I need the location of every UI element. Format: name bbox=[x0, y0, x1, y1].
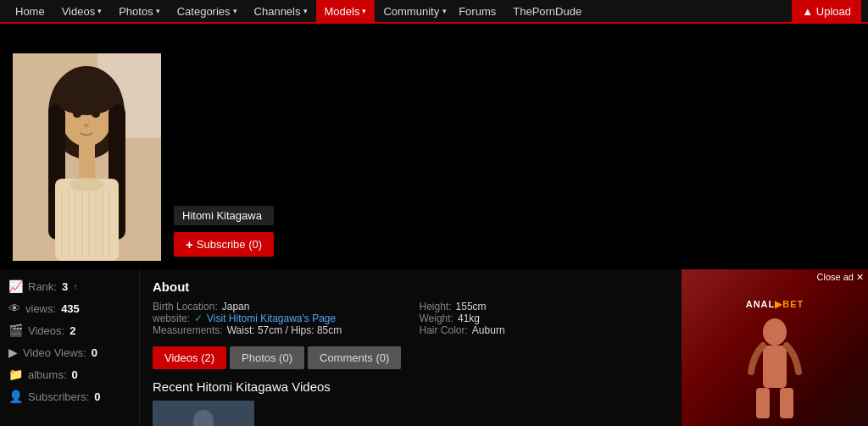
subscribers-label: Subscribers: bbox=[28, 390, 89, 403]
model-name: Hitomi Kitagawa bbox=[174, 206, 274, 225]
stat-video-views: ▶ Video Views: 0 bbox=[8, 346, 131, 359]
nav-item-photos[interactable]: Photos ▾ bbox=[110, 0, 168, 23]
measurements-value: Waist: 57cm / Hips: 85cm bbox=[227, 324, 342, 336]
hair-color-value: Auburn bbox=[472, 324, 505, 336]
check-icon: ✓ bbox=[194, 313, 203, 324]
ad-brand-part2: ▶BET bbox=[775, 299, 804, 309]
ad-inner: ANAL▶BET BAN ▶BET ↺ Play now! bbox=[682, 269, 868, 426]
profile-image bbox=[13, 53, 161, 261]
stat-subscribers: 👤 Subscribers: 0 bbox=[8, 390, 131, 403]
recent-videos-title: Recent Hitomi Kitagawa Videos bbox=[153, 379, 669, 394]
about-website: website: ✓ Visit Hitomi Kitagawa's Page bbox=[153, 313, 403, 324]
tab-videos[interactable]: Videos (2) bbox=[153, 346, 226, 369]
svg-point-6 bbox=[53, 73, 120, 115]
weight-label: Weight: bbox=[420, 313, 453, 324]
stat-views: 👁 views: 435 bbox=[8, 302, 131, 315]
rank-arrow-icon: ↑ bbox=[73, 281, 78, 291]
about-measurements: Measurements: Waist: 57cm / Hips: 85cm bbox=[153, 324, 403, 336]
rank-value: 3 bbox=[62, 280, 68, 293]
video-views-icon: ▶ bbox=[8, 346, 18, 359]
community-arrow: ▾ bbox=[442, 7, 447, 15]
svg-point-12 bbox=[70, 178, 103, 191]
main-content: 📈 Rank: 3 ↑ 👁 views: 435 🎬 Videos: 2 ▶ V… bbox=[0, 269, 868, 426]
ad-panel: Close ad ✕ ANAL▶BET BAN ▶BET ↺ Play now! bbox=[682, 269, 868, 426]
svg-rect-27 bbox=[756, 388, 770, 418]
profile-header: Hitomi Kitagawa + Subscribe (0) bbox=[0, 24, 868, 269]
about-grid: Birth Location: Japan website: ✓ Visit H… bbox=[153, 301, 669, 336]
nav-item-channels[interactable]: Channels ▾ bbox=[246, 0, 316, 23]
nav-item-categories[interactable]: Categories ▾ bbox=[169, 0, 246, 23]
albums-icon: 📁 bbox=[8, 368, 23, 381]
plus-icon: + bbox=[186, 237, 193, 252]
views-value: 435 bbox=[61, 302, 80, 315]
tabs-row: Videos (2) Photos (0) Comments (0) bbox=[153, 346, 669, 369]
video-views-label: Video Views: bbox=[23, 346, 86, 359]
rank-label: Rank: bbox=[28, 280, 57, 293]
hair-color-label: Hair Color: bbox=[420, 324, 468, 336]
content-area: About Birth Location: Japan website: ✓ V… bbox=[140, 269, 682, 426]
nav-item-videos[interactable]: Videos ▾ bbox=[53, 0, 111, 23]
about-weight: Weight: 41kg bbox=[420, 313, 670, 324]
subscribe-label: Subscribe (0) bbox=[197, 238, 262, 251]
videos-count-label: Videos: bbox=[28, 324, 64, 337]
nav-item-theporndude[interactable]: ThePornDude bbox=[504, 0, 590, 23]
stat-rank: 📈 Rank: 3 ↑ bbox=[8, 279, 131, 293]
ad-brand-part1: ANAL bbox=[746, 299, 776, 309]
profile-info: Hitomi Kitagawa + Subscribe (0) bbox=[174, 206, 274, 261]
subscribers-value: 0 bbox=[94, 390, 100, 403]
sidebar: 📈 Rank: 3 ↑ 👁 views: 435 🎬 Videos: 2 ▶ V… bbox=[0, 269, 140, 426]
stat-albums: 📁 albums: 0 bbox=[8, 368, 131, 381]
subscribers-icon: 👤 bbox=[8, 390, 23, 403]
models-arrow: ▾ bbox=[362, 7, 366, 15]
svg-point-7 bbox=[73, 111, 81, 118]
profile-svg bbox=[13, 53, 161, 261]
svg-point-25 bbox=[763, 318, 787, 346]
about-birth-location: Birth Location: Japan bbox=[153, 301, 403, 313]
albums-value: 0 bbox=[72, 368, 78, 381]
birth-location-value: Japan bbox=[222, 301, 250, 313]
about-hair-color: Hair Color: Auburn bbox=[420, 324, 670, 336]
nav-item-models[interactable]: Models ▾ bbox=[316, 0, 376, 23]
upload-button[interactable]: ▲ Upload bbox=[792, 0, 861, 23]
videos-arrow: ▾ bbox=[97, 7, 102, 15]
profile-photo bbox=[13, 53, 161, 261]
video-thumb-img-1 bbox=[153, 401, 254, 426]
nav-item-forums[interactable]: Forums bbox=[450, 0, 504, 23]
svg-rect-11 bbox=[79, 145, 95, 179]
svg-point-9 bbox=[84, 124, 89, 127]
weight-value: 41kg bbox=[458, 313, 480, 324]
nav-item-community[interactable]: Community bbox=[375, 0, 448, 23]
views-label: views: bbox=[25, 302, 56, 315]
website-link[interactable]: Visit Hitomi Kitagawa's Page bbox=[207, 313, 336, 324]
video-views-value: 0 bbox=[92, 346, 97, 359]
svg-rect-28 bbox=[780, 388, 793, 418]
about-height: Height: 155cm bbox=[420, 301, 670, 313]
categories-arrow: ▾ bbox=[233, 7, 237, 15]
tab-comments[interactable]: Comments (0) bbox=[308, 346, 401, 369]
thumb-svg bbox=[153, 401, 254, 426]
nav-items: Home Videos ▾ Photos ▾ Categories ▾ Chan… bbox=[7, 0, 792, 23]
videos-row: 05:00 bbox=[153, 401, 669, 426]
height-label: Height: bbox=[420, 301, 452, 313]
about-right-col: Height: 155cm Weight: 41kg Hair Color: A… bbox=[420, 301, 670, 336]
birth-location-label: Birth Location: bbox=[153, 301, 218, 313]
svg-point-8 bbox=[92, 111, 100, 118]
website-label: website: bbox=[153, 313, 190, 324]
close-ad-button[interactable]: Close ad ✕ bbox=[817, 272, 864, 283]
about-title: About bbox=[153, 279, 669, 294]
nav-item-home[interactable]: Home bbox=[7, 0, 53, 23]
ad-logo-top: ANAL▶BET bbox=[746, 295, 804, 310]
video-thumb-1[interactable]: 05:00 bbox=[153, 401, 254, 426]
channels-arrow: ▾ bbox=[303, 7, 308, 15]
main-nav: Home Videos ▾ Photos ▾ Categories ▾ Chan… bbox=[0, 0, 868, 24]
stat-videos: 🎬 Videos: 2 bbox=[8, 324, 131, 337]
subscribe-button[interactable]: + Subscribe (0) bbox=[174, 232, 274, 257]
measurements-label: Measurements: bbox=[153, 324, 223, 336]
ad-figure-svg bbox=[732, 317, 817, 418]
tab-photos[interactable]: Photos (0) bbox=[230, 346, 304, 369]
videos-count-value: 2 bbox=[70, 324, 75, 337]
svg-rect-26 bbox=[763, 346, 787, 388]
views-icon: 👁 bbox=[8, 302, 20, 315]
videos-count-icon: 🎬 bbox=[8, 324, 23, 337]
rank-icon: 📈 bbox=[8, 279, 23, 293]
